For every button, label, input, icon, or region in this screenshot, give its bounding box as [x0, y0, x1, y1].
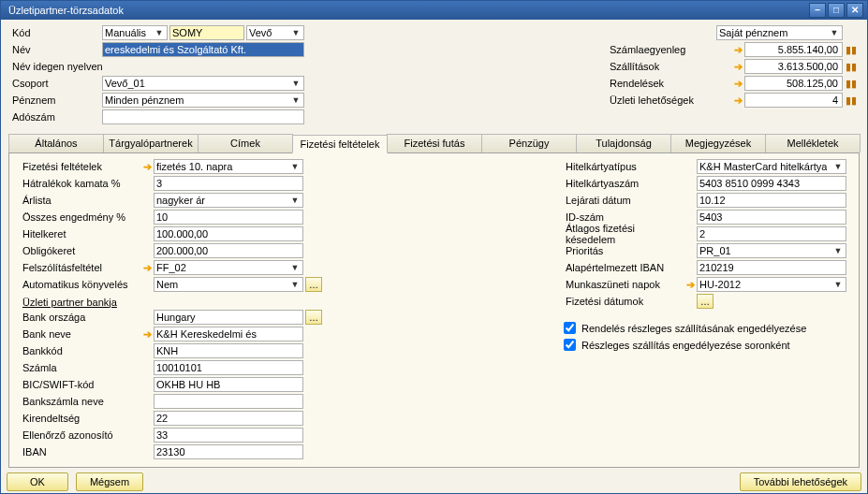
kod-input[interactable]: SOMY [169, 25, 244, 40]
bankorszaga-detail-button[interactable]: … [305, 310, 322, 325]
rendelesek-value: 508.125,00 [744, 76, 843, 91]
link-arrow-icon[interactable]: ➔ [731, 78, 744, 90]
hksz-input[interactable]: 5403 8510 0999 4343 [697, 176, 846, 191]
uzleti-value: 4 [744, 93, 843, 108]
hkt-label: Hitelkártyatípus [562, 161, 684, 172]
close-button[interactable]: ✕ [846, 3, 863, 18]
bank-section-title: Üzleti partner bankja [22, 297, 393, 308]
chevron-down-icon: ▼ [290, 77, 302, 90]
chart-icon[interactable]: ▮▮ [843, 94, 860, 107]
chevron-down-icon: ▼ [154, 26, 165, 39]
autokonyv-select[interactable]: Nem▼ [154, 277, 303, 292]
tab-fizetesi-feltetelek[interactable]: Fizetési feltételek [292, 135, 388, 153]
nev-idegen-label: Név idegen nyelven [8, 61, 304, 72]
uzleti-label: Üzleti lehetőségek [610, 94, 731, 106]
kirendeltseg-input[interactable]: 22 [154, 411, 303, 426]
bankszamlaneve-label: Bankszámla neve [19, 396, 140, 407]
bic-input[interactable]: OKHB HU HB [154, 377, 303, 392]
chart-icon[interactable]: ▮▮ [843, 78, 860, 90]
chevron-down-icon: ▼ [832, 160, 844, 173]
fizdatumok-button[interactable]: … [697, 294, 714, 309]
alapiban-input[interactable]: 210219 [697, 260, 846, 275]
fizdatumok-label: Fizetési dátumok [562, 296, 684, 307]
ellenorzo-input[interactable]: 33 [154, 428, 303, 443]
link-arrow-icon[interactable]: ➔ [140, 161, 154, 173]
kirendeltseg-label: Kirendeltség [19, 413, 140, 424]
kod-mode-select[interactable]: Manuális▼ [102, 25, 168, 40]
hkt-select[interactable]: K&H MasterCard hitelkártya▼ [697, 159, 846, 174]
obligokeret-input[interactable]: 200.000,00 [154, 243, 303, 258]
chart-icon[interactable]: ▮▮ [843, 44, 860, 56]
cb-reszleges-rendeles[interactable]: Rendelés részleges szállításának engedél… [562, 320, 849, 337]
iban-input[interactable]: 23130 [154, 444, 303, 459]
link-arrow-icon[interactable]: ➔ [684, 279, 697, 291]
atlagos-label: Átlagos fizetési késedelem [562, 223, 684, 245]
tab-targyalopartnerek[interactable]: Tárgyalópartnerek [103, 134, 199, 153]
bic-label: BIC/SWIFT-kód [19, 379, 140, 390]
kod-label: Kód [8, 27, 102, 38]
munkaszuneti-select[interactable]: HU-2012▼ [697, 277, 846, 292]
bp-master-window: Üzletipartner-törzsadatok – □ ✕ Kód Manu… [0, 0, 868, 494]
cb-reszleges-soronkent-input[interactable] [564, 339, 576, 351]
bankkod-input[interactable]: KNH [154, 343, 303, 358]
link-arrow-icon[interactable]: ➔ [731, 44, 744, 56]
lejarati-input[interactable]: 10.12 [697, 193, 846, 208]
autokonyv-detail-button[interactable]: … [305, 277, 322, 292]
szamla-label: Számla [19, 362, 140, 373]
tab-fizetesi-futas[interactable]: Fizetési futás [387, 134, 482, 153]
fizfelt-select[interactable]: fizetés 10. napra▼ [154, 159, 303, 174]
atlagos-input[interactable]: 2 [697, 226, 846, 241]
cancel-button[interactable]: Mégsem [76, 472, 143, 491]
header-left: Kód Manuális▼ SOMY Vevő▼ Név ereskedelmi… [8, 25, 383, 126]
link-arrow-icon[interactable]: ➔ [731, 61, 744, 73]
bankszamlaneve-input[interactable] [154, 394, 303, 409]
csoport-label: Csoport [8, 78, 102, 89]
maximize-button[interactable]: □ [828, 3, 845, 18]
tab-altalanos[interactable]: Általános [8, 134, 104, 153]
chevron-down-icon: ▼ [832, 278, 844, 291]
minimize-button[interactable]: – [809, 3, 826, 18]
csoport-select[interactable]: Vevő_01▼ [102, 76, 304, 91]
link-arrow-icon[interactable]: ➔ [140, 262, 154, 274]
chart-icon[interactable]: ▮▮ [843, 61, 860, 73]
rendelesek-label: Rendelések [610, 78, 731, 89]
prioritas-select[interactable]: PR_01▼ [697, 243, 846, 258]
tab-penzugy[interactable]: Pénzügy [481, 134, 577, 153]
cb-reszleges-rendeles-input[interactable] [564, 322, 576, 334]
egyenleg-value: 5.855.140,00 [744, 42, 843, 57]
summary-box: Saját pénznem▼ Számlaegyenleg ➔ 5.855.14… [610, 25, 860, 126]
bankorszaga-input[interactable]: Hungary [154, 310, 303, 325]
hatralekok-label: Hátralékok kamata % [19, 178, 140, 189]
tab-cimek[interactable]: Címek [198, 134, 293, 153]
bankneve-label: Bank neve [19, 328, 140, 340]
idszam-input[interactable]: 5403 [697, 210, 846, 225]
adoszam-input[interactable] [102, 109, 304, 124]
bankneve-input[interactable]: K&H Kereskedelmi és Hitelbank [154, 327, 303, 341]
hitelkeret-input[interactable]: 100.000,00 [154, 226, 303, 241]
tab-megjegyzesek[interactable]: Megjegyzések [670, 134, 766, 153]
egyenleg-label: Számlaegyenleg [610, 44, 731, 55]
felszolitas-select[interactable]: FF_02▼ [154, 260, 303, 275]
chevron-down-icon: ▼ [289, 261, 301, 274]
partner-type-select[interactable]: Vevő▼ [246, 25, 304, 40]
summary-currency-select[interactable]: Saját pénznem▼ [716, 25, 843, 40]
bankorszaga-label: Bank országa [19, 312, 140, 323]
cb-reszleges-soronkent[interactable]: Részleges szállítás engedélyezése soronk… [562, 337, 849, 354]
chevron-down-icon: ▼ [290, 94, 302, 107]
tab-body: Fizetési feltételek➔fizetés 10. napra▼ H… [8, 153, 860, 468]
nev-input[interactable]: ereskedelmi és Szolgáltató Kft. [102, 42, 304, 57]
prioritas-label: Prioritás [562, 245, 684, 256]
szamla-input[interactable]: 10010101 [154, 360, 303, 375]
nev-label: Név [8, 44, 102, 55]
more-options-button[interactable]: További lehetőségek [740, 472, 861, 491]
osszeseng-input[interactable]: 10 [154, 210, 303, 225]
penznem-select[interactable]: Minden pénznem▼ [102, 93, 304, 108]
link-arrow-icon[interactable]: ➔ [731, 94, 744, 107]
tab-mellekletek[interactable]: Mellékletek [765, 134, 861, 153]
ok-button[interactable]: OK [7, 472, 68, 491]
hatralekok-input[interactable]: 3 [154, 176, 303, 191]
tab-tulajdonsag[interactable]: Tulajdonság [576, 134, 671, 153]
hksz-label: Hitelkártyaszám [562, 178, 684, 189]
arlista-select[interactable]: nagyker ár▼ [154, 193, 303, 208]
link-arrow-icon[interactable]: ➔ [140, 328, 154, 341]
